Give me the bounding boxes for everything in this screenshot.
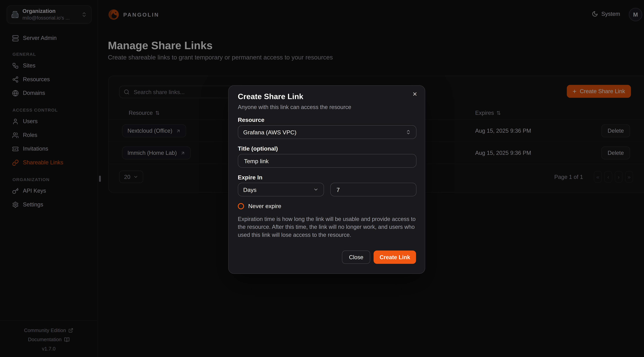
- close-icon[interactable]: ✕: [412, 91, 417, 97]
- expiration-help-text: Expiration time is how long the link wil…: [238, 215, 417, 239]
- expire-unit-select[interactable]: Days: [238, 183, 324, 196]
- modal-title: Create Share Link: [238, 92, 303, 101]
- radio-unchecked-icon[interactable]: [238, 203, 244, 209]
- never-expire-option[interactable]: Never expire: [238, 203, 281, 209]
- chevrons-up-down-icon: [406, 129, 411, 135]
- chevron-down-icon: [313, 187, 319, 192]
- app-window: Organization milo@fossorial.io's ... Ser…: [0, 0, 644, 357]
- modal-close-button[interactable]: Close: [342, 251, 370, 264]
- expire-value-field: [330, 183, 416, 196]
- modal-description: Anyone with this link can access the res…: [238, 104, 351, 110]
- title-field: [238, 154, 416, 168]
- expire-value-input[interactable]: [336, 186, 411, 193]
- create-share-link-modal: ✕ Create Share Link Anyone with this lin…: [228, 85, 425, 274]
- title-field-label: Title (optional): [238, 145, 278, 152]
- expire-field-label: Expire In: [238, 174, 262, 181]
- never-expire-label: Never expire: [248, 203, 281, 209]
- resource-field-label: Resource: [238, 116, 264, 123]
- modal-create-link-button[interactable]: Create Link: [374, 251, 416, 264]
- title-input[interactable]: [243, 157, 411, 165]
- resource-select[interactable]: Grafana (AWS VPC): [238, 125, 416, 139]
